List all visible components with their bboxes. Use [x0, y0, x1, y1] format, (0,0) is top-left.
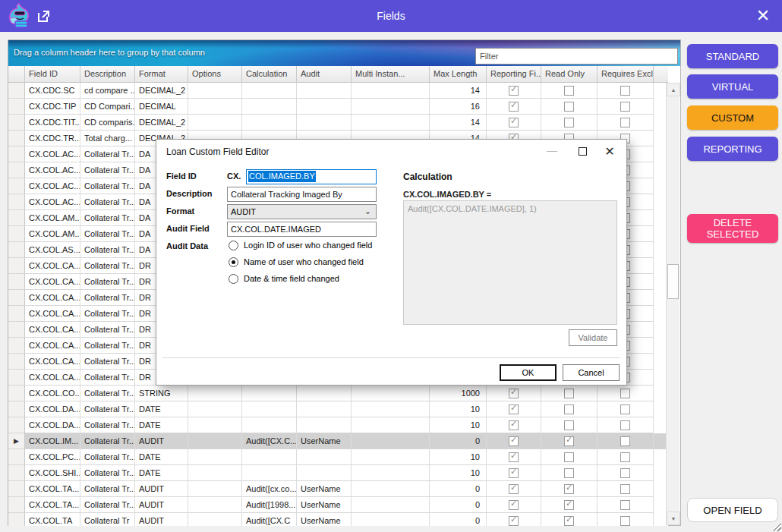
cell-reporting-checkbox[interactable] — [487, 481, 541, 497]
column-header-options[interactable]: Options — [188, 66, 242, 83]
cell-reporting-checkbox[interactable] — [487, 497, 541, 513]
format-dropdown[interactable]: AUDIT ⌄ — [227, 204, 377, 219]
radio-option[interactable]: Name of user who changed field — [229, 256, 364, 268]
read-only-checkbox[interactable] — [564, 405, 574, 414]
reporting-checkbox[interactable] — [509, 468, 519, 478]
reporting-button[interactable]: REPORTING — [687, 137, 778, 161]
cell-read-only-checkbox[interactable] — [541, 497, 598, 513]
standard-button[interactable]: STANDARD — [687, 44, 778, 68]
read-only-checkbox[interactable] — [564, 500, 574, 510]
read-only-checkbox[interactable] — [564, 118, 574, 127]
read-only-checkbox[interactable] — [564, 516, 574, 526]
cancel-button[interactable]: Cancel — [563, 364, 620, 381]
column-header-calculation[interactable]: Calculation — [242, 66, 297, 83]
requires-excl-checkbox[interactable] — [620, 420, 630, 430]
cell-read-only-checkbox[interactable] — [541, 386, 598, 401]
reporting-checkbox[interactable] — [509, 389, 519, 398]
requires-excl-checkbox[interactable] — [620, 516, 630, 526]
cell-requires-excl-checkbox[interactable] — [598, 497, 654, 513]
read-only-checkbox[interactable] — [564, 389, 574, 398]
minimize-icon[interactable]: — — [541, 144, 563, 159]
table-row[interactable]: CX.COL.TA...Collateral Tr...AUDITAudit([… — [8, 481, 668, 497]
cell-reporting-checkbox[interactable] — [487, 115, 541, 131]
read-only-checkbox[interactable] — [564, 102, 574, 112]
reporting-checkbox[interactable] — [509, 86, 519, 96]
column-header-audit[interactable]: Audit — [297, 66, 352, 83]
reporting-checkbox[interactable] — [509, 452, 519, 462]
table-row[interactable]: CX.CDC.SCcd compare ...DECIMAL_214 — [8, 83, 668, 99]
resize-grip[interactable] — [771, 521, 781, 531]
reporting-checkbox[interactable] — [509, 405, 519, 414]
cell-requires-excl-checkbox[interactable] — [598, 386, 654, 401]
cell-requires-excl-checkbox[interactable] — [598, 433, 654, 449]
table-row[interactable]: CX.CDC.TIPCD Compari...DECIMAL16 — [8, 99, 668, 115]
maximize-icon[interactable] — [572, 144, 593, 159]
reporting-checkbox[interactable] — [509, 500, 519, 510]
open-field-button[interactable]: OPEN FIELD — [687, 498, 778, 522]
table-row[interactable]: ▶CX.COL.IM...Collateral Tr...AUDITAudit(… — [8, 433, 668, 449]
radio-icon[interactable] — [229, 257, 238, 267]
cell-read-only-checkbox[interactable] — [541, 401, 598, 417]
column-header-multi-instan[interactable]: Multi Instan... — [352, 66, 430, 83]
reporting-checkbox[interactable] — [509, 484, 519, 494]
scroll-up-icon[interactable]: ▲ — [667, 83, 680, 96]
requires-excl-checkbox[interactable] — [620, 389, 630, 398]
column-header-field-id[interactable]: Field ID — [25, 66, 80, 83]
cell-requires-excl-checkbox[interactable] — [598, 115, 654, 131]
vertical-scrollbar[interactable]: ▲ ▼ — [666, 83, 680, 525]
cell-read-only-checkbox[interactable] — [541, 433, 598, 449]
radio-icon[interactable] — [229, 274, 238, 284]
table-row[interactable]: CX.COL.SHI...Collateral Tr...DATE10 — [8, 465, 668, 481]
cell-reporting-checkbox[interactable] — [487, 417, 541, 433]
requires-excl-checkbox[interactable] — [620, 405, 630, 414]
cell-requires-excl-checkbox[interactable] — [598, 99, 654, 115]
calculation-textarea[interactable]: Audit([CX.COL.DATE.IMAGED], 1) — [403, 200, 617, 325]
virtual-button[interactable]: VIRTUAL — [687, 74, 778, 99]
cell-requires-excl-checkbox[interactable] — [598, 465, 654, 481]
column-header-max-length[interactable]: Max Length — [430, 66, 487, 83]
window-close-icon[interactable]: ✕ — [752, 5, 774, 27]
cell-requires-excl-checkbox[interactable] — [598, 481, 654, 497]
cell-reporting-checkbox[interactable] — [487, 99, 541, 115]
cell-reporting-checkbox[interactable] — [487, 449, 541, 465]
cell-requires-excl-checkbox[interactable] — [598, 513, 654, 526]
scrollbar-thumb[interactable] — [667, 264, 679, 299]
table-row[interactable]: CX.COL.DA...Collateral Tr...DATE10 — [8, 417, 668, 433]
column-header-read-only[interactable]: Read Only — [541, 66, 598, 83]
reporting-checkbox[interactable] — [509, 436, 519, 446]
cell-read-only-checkbox[interactable] — [541, 99, 598, 115]
radio-icon[interactable] — [229, 241, 238, 250]
cell-reporting-checkbox[interactable] — [487, 433, 541, 449]
radio-option[interactable]: Login ID of user who changed field — [229, 239, 372, 251]
table-row[interactable]: CX.COL.PC...Collateral Tr...DATE10 — [8, 449, 668, 465]
cell-read-only-checkbox[interactable] — [541, 449, 598, 465]
ok-button[interactable]: OK — [500, 364, 557, 381]
cell-requires-excl-checkbox[interactable] — [598, 417, 654, 433]
delete-selected-button[interactable]: DELETE SELECTED — [687, 214, 778, 243]
read-only-checkbox[interactable] — [564, 420, 574, 430]
custom-button[interactable]: CUSTOM — [687, 105, 778, 130]
cell-reporting-checkbox[interactable] — [487, 83, 541, 99]
cell-requires-excl-checkbox[interactable] — [598, 449, 654, 465]
read-only-checkbox[interactable] — [564, 468, 574, 478]
field-id-input[interactable]: COL.IMAGED.BY — [246, 169, 377, 184]
description-input[interactable] — [227, 187, 377, 202]
requires-excl-checkbox[interactable] — [620, 484, 630, 494]
cell-requires-excl-checkbox[interactable] — [598, 401, 654, 417]
requires-excl-checkbox[interactable] — [620, 86, 630, 96]
reporting-checkbox[interactable] — [509, 118, 519, 127]
read-only-checkbox[interactable] — [564, 452, 574, 462]
cell-read-only-checkbox[interactable] — [541, 465, 598, 481]
cell-requires-excl-checkbox[interactable] — [598, 83, 654, 99]
column-header-reporting-fi[interactable]: Reporting Fi... — [487, 66, 541, 83]
scroll-down-icon[interactable]: ▼ — [667, 512, 680, 525]
cell-reporting-checkbox[interactable] — [487, 465, 541, 481]
group-by-band[interactable]: Drag a column header here to group by th… — [8, 40, 680, 66]
cell-reporting-checkbox[interactable] — [487, 386, 541, 401]
reporting-checkbox[interactable] — [509, 516, 519, 526]
cell-reporting-checkbox[interactable] — [487, 401, 541, 417]
table-row[interactable]: CX.CDC.TIT...CD comparis...DECIMAL_214 — [8, 115, 668, 131]
table-row[interactable]: CX.COL.TA...Collateral Tr...AUDITAudit([… — [8, 497, 668, 513]
dialog-close-icon[interactable]: ✕ — [599, 144, 620, 159]
cell-read-only-checkbox[interactable] — [541, 417, 598, 433]
